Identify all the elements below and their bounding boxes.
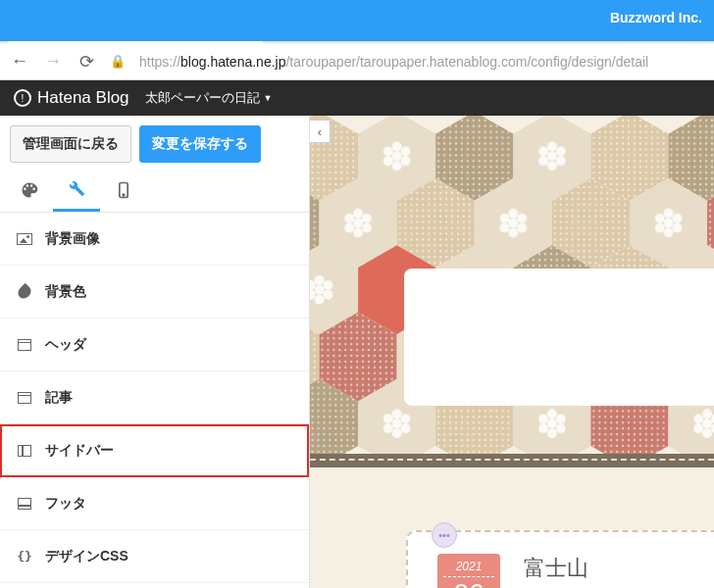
url-display[interactable]: https://blog.hatena.ne.jp/taroupaper/tar… (139, 54, 648, 70)
back-icon[interactable]: ← (10, 51, 29, 72)
wrench-icon (67, 178, 86, 203)
stitch-divider (310, 454, 714, 467)
preview-body: ••• 2021 06 11 富士山 何年か前になりますが、 ことがあります。 (310, 467, 714, 588)
preview-header-bg (310, 116, 714, 465)
lock-icon: 🔒 (110, 54, 126, 69)
window-titlebar: Buzzword Inc. (0, 0, 714, 41)
menu-header[interactable]: ヘッダ (0, 318, 309, 371)
customize-menu: 背景画像 背景色 ヘッダ 記事 サイドバー フッタ (0, 213, 309, 588)
brand-label: Buzzword Inc. (610, 10, 702, 25)
drop-icon (16, 285, 33, 299)
header-icon (16, 338, 33, 352)
article-icon (16, 391, 33, 405)
menu-bgimage[interactable]: 背景画像 (0, 213, 309, 266)
menu-bgcolor[interactable]: 背景色 (0, 266, 309, 318)
svg-point-1 (123, 194, 125, 196)
address-bar: ← → ⟳ 🔒 https://blog.hatena.ne.jp/taroup… (0, 43, 714, 80)
menu-footer[interactable]: フッタ (0, 477, 309, 530)
tab-customize[interactable] (53, 172, 100, 212)
collapse-sidebar-button[interactable]: ‹ (310, 120, 331, 143)
back-to-admin-button[interactable]: 管理画面に戻る (10, 125, 131, 163)
design-mode-tabs (0, 172, 309, 213)
tab-theme[interactable] (6, 172, 53, 212)
menu-sidebar[interactable]: サイドバー (0, 424, 309, 477)
forward-icon: → (43, 51, 63, 72)
image-icon (16, 232, 33, 246)
tab-mobile[interactable] (100, 172, 147, 212)
reload-icon[interactable]: ⟳ (76, 51, 96, 73)
hatena-logo[interactable]: ! Hatena Blog (14, 88, 129, 108)
palette-icon (20, 180, 39, 205)
post-date-badge: 2021 06 11 (437, 554, 500, 588)
clip-icon: ••• (432, 522, 457, 548)
phone-icon (114, 180, 133, 205)
footer-icon (16, 497, 33, 511)
hatena-logo-icon: ! (14, 89, 31, 107)
blog-selector[interactable]: 太郎ペーパーの日記 ▼ (145, 89, 273, 107)
caret-down-icon: ▼ (264, 93, 273, 103)
menu-css[interactable]: {} デザインCSS (0, 530, 309, 583)
save-button[interactable]: 変更を保存する (139, 125, 261, 163)
design-sidebar: 管理画面に戻る 変更を保存する 背景画像 背景色 (0, 116, 310, 588)
post-card: ••• 2021 06 11 富士山 何年か前になりますが、 ことがあります。 (406, 530, 714, 588)
blog-preview: ‹ (310, 116, 714, 588)
menu-article[interactable]: 記事 (0, 371, 309, 424)
code-icon: {} (16, 550, 33, 564)
post-title[interactable]: 富士山 (524, 554, 704, 583)
hatena-header: ! Hatena Blog 太郎ペーパーの日記 ▼ (0, 80, 714, 116)
preview-title-box (404, 269, 714, 406)
sidebar-icon (16, 444, 33, 458)
